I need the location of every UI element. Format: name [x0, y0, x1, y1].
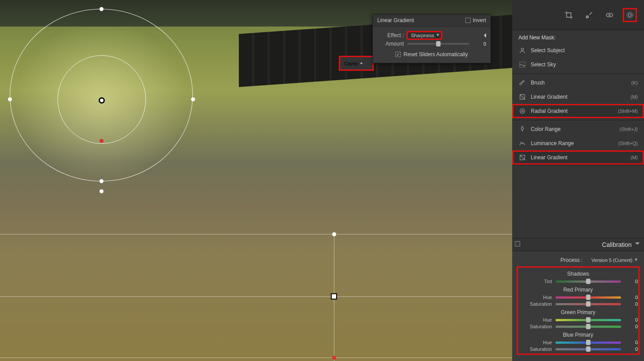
slider-value: 0	[625, 279, 638, 284]
gizmo-feather-handle[interactable]	[100, 139, 104, 143]
slider-label: Hue	[518, 295, 552, 300]
mask-item-linear-gradient[interactable]: Linear Gradient(M)	[512, 90, 644, 104]
cal-group-green-primary: Green Primary	[518, 309, 638, 315]
linear-icon	[518, 154, 526, 161]
mask-item-label: Select Subject	[531, 47, 565, 54]
mask-item-label: Brush	[531, 80, 544, 86]
slider-value: 0	[625, 346, 638, 352]
slider-label: Hue	[518, 340, 552, 345]
saturation-slider[interactable]	[556, 326, 621, 328]
panel-title: Linear Gradient	[377, 17, 414, 23]
linear-guide-line[interactable]	[0, 296, 512, 297]
brush-icon	[518, 79, 526, 87]
keyboard-shortcut: (Shift+Q)	[618, 141, 638, 146]
right-sidebar: Add New Mask: Select SubjectSelect SkyBr…	[512, 0, 644, 361]
gizmo-center[interactable]	[99, 97, 105, 104]
gizmo-handle-s[interactable]	[100, 179, 104, 183]
linear-handle-center[interactable]	[331, 293, 337, 300]
add-mask-label: Add New Mask:	[512, 30, 644, 43]
svg-point-5	[521, 48, 523, 50]
keyboard-shortcut: (K)	[631, 80, 638, 85]
person-icon	[518, 46, 526, 54]
svg-point-2	[609, 14, 610, 15]
mask-item-label: Radial Gradient	[531, 108, 567, 114]
slider-label: Tint	[518, 279, 552, 284]
mask-item-select-subject[interactable]: Select Subject	[512, 43, 644, 58]
hue-slider[interactable]	[556, 296, 621, 299]
collapse-icon[interactable]	[635, 242, 640, 247]
svg-point-1	[606, 13, 613, 16]
color-icon	[518, 125, 526, 133]
reset-sliders-checkbox[interactable]: ✓Reset Sliders Automatically	[395, 51, 468, 58]
mask-item-label: Color Range	[531, 126, 560, 132]
panel-toggle-icon[interactable]	[515, 241, 520, 246]
slider-label: Hue	[518, 317, 552, 323]
amount-slider[interactable]	[407, 43, 469, 45]
svg-point-9	[521, 110, 523, 112]
slider-value: 0	[625, 340, 638, 345]
slider-label: Saturation	[518, 301, 552, 307]
slider-value: 0	[625, 295, 638, 300]
linear-handle-top[interactable]	[332, 232, 336, 236]
effect-dropdown[interactable]: Sharpness	[407, 32, 441, 39]
process-dropdown[interactable]: Version 5 (Current)	[588, 257, 640, 264]
svg-point-8	[520, 109, 525, 114]
heal-tool-icon[interactable]	[583, 9, 595, 21]
hue-slider[interactable]	[556, 342, 621, 344]
gizmo-handle-e[interactable]	[191, 97, 195, 101]
linear-icon	[518, 93, 526, 101]
mask-item-color-range[interactable]: Color Range(Shift+J)	[512, 122, 644, 136]
linear-guide-line[interactable]	[0, 234, 512, 234]
svg-point-4	[629, 13, 632, 16]
mask-item-radial-gradient[interactable]: Radial Gradient(Shift+M)	[512, 104, 644, 118]
mask-item-select-sky[interactable]: Select Sky	[512, 58, 644, 72]
tint-slider[interactable]	[556, 280, 621, 283]
mask-item-linear-gradient[interactable]: Linear Gradient(M)	[512, 150, 644, 165]
mask-item-label: Luminance Range	[531, 140, 574, 146]
saturation-slider[interactable]	[556, 348, 621, 350]
svg-point-3	[627, 12, 632, 18]
saturation-slider[interactable]	[556, 303, 621, 305]
linear-handle-bottom[interactable]	[332, 356, 336, 360]
linear-gradient-panel: Linear Gradient Invert Effect : Sharpnes…	[372, 14, 491, 63]
calibration-panel: Calibration Process : Version 5 (Current…	[512, 238, 644, 361]
mask-list: Add New Mask: Select SubjectSelect SkyBr…	[512, 30, 644, 165]
mask-tool-icon[interactable]	[624, 9, 636, 21]
keyboard-shortcut: (M)	[631, 155, 638, 160]
eye-tool-icon[interactable]	[603, 9, 616, 21]
invert-checkbox[interactable]: Invert	[465, 17, 486, 23]
disclosure-icon[interactable]	[482, 33, 486, 38]
luminance-icon	[518, 139, 526, 147]
sky-icon	[518, 61, 526, 69]
radial-icon	[518, 107, 526, 115]
keyboard-shortcut: (Shift+M)	[618, 108, 638, 114]
clarity-dropdown[interactable]: Clarity	[340, 57, 373, 70]
linear-guide-line[interactable]	[0, 357, 512, 358]
gizmo-handle-n[interactable]	[100, 7, 104, 11]
mask-item-label: Linear Gradient	[531, 94, 567, 100]
mask-item-brush[interactable]: Brush(K)	[512, 76, 644, 90]
slider-value: 0	[625, 301, 638, 307]
slider-label: Saturation	[518, 346, 552, 352]
cal-group-blue-primary: Blue Primary	[518, 332, 638, 338]
mask-item-label: Linear Gradient	[531, 154, 567, 161]
mask-item-label: Select Sky	[531, 61, 556, 68]
cal-group-red-primary: Red Primary	[518, 287, 638, 293]
slider-label: Saturation	[518, 324, 552, 329]
mask-item-luminance-range[interactable]: Luminance Range(Shift+Q)	[512, 136, 644, 150]
gizmo-handle-s2[interactable]	[100, 189, 104, 193]
gizmo-handle-w[interactable]	[8, 97, 12, 101]
slider-value: 0	[625, 324, 638, 329]
keyboard-shortcut: (Shift+J)	[620, 127, 638, 132]
slider-value: 0	[625, 317, 638, 323]
hue-slider[interactable]	[556, 319, 621, 321]
crop-tool-icon[interactable]	[563, 9, 575, 21]
toolstrip	[512, 0, 644, 30]
cal-group-shadows: Shadows	[518, 271, 638, 277]
keyboard-shortcut: (M)	[631, 94, 638, 100]
